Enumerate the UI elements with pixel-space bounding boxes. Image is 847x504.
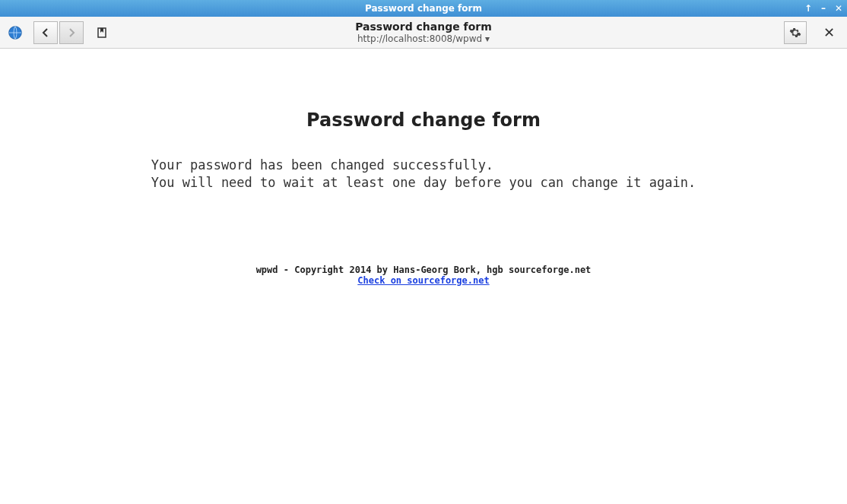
- close-tab-button[interactable]: ✕: [816, 24, 842, 40]
- window-close-icon[interactable]: ✕: [833, 3, 844, 14]
- footer: wpwd - Copyright 2014 by Hans-Georg Bork…: [0, 265, 847, 286]
- page-content: Password change form Your password has b…: [0, 49, 847, 286]
- bookmark-icon: [96, 27, 108, 39]
- toolbar-right: ✕: [784, 21, 842, 44]
- page-title: Password change form: [355, 21, 492, 33]
- back-button[interactable]: [33, 21, 58, 44]
- sourceforge-link[interactable]: Check on sourceforge.net: [357, 275, 489, 286]
- window-keep-above-icon[interactable]: ↑: [803, 3, 814, 14]
- message-block: Your password has been changed successfu…: [151, 157, 696, 192]
- gear-icon: [789, 27, 801, 39]
- message-line-1: Your password has been changed successfu…: [151, 157, 696, 174]
- window-titlebar: Password change form ↑ – ✕: [0, 0, 847, 17]
- nav-buttons: [33, 21, 84, 44]
- chevron-right-icon: [67, 28, 76, 37]
- address-info[interactable]: Password change form http://localhost:80…: [355, 21, 492, 44]
- window-controls: ↑ – ✕: [803, 0, 844, 17]
- message-line-2: You will need to wait at least one day b…: [151, 174, 696, 192]
- bookmark-button[interactable]: [90, 21, 114, 44]
- globe-icon[interactable]: [5, 22, 26, 43]
- content-heading: Password change form: [0, 109, 847, 131]
- browser-toolbar: Password change form http://localhost:80…: [0, 17, 847, 49]
- window-minimize-icon[interactable]: –: [818, 3, 829, 14]
- window-title: Password change form: [365, 3, 482, 14]
- forward-button: [59, 21, 84, 44]
- settings-button[interactable]: [784, 21, 807, 44]
- copyright-text: wpwd - Copyright 2014 by Hans-Georg Bork…: [0, 265, 847, 275]
- page-url: http://localhost:8008/wpwd ▾: [355, 33, 492, 44]
- chevron-left-icon: [41, 28, 50, 37]
